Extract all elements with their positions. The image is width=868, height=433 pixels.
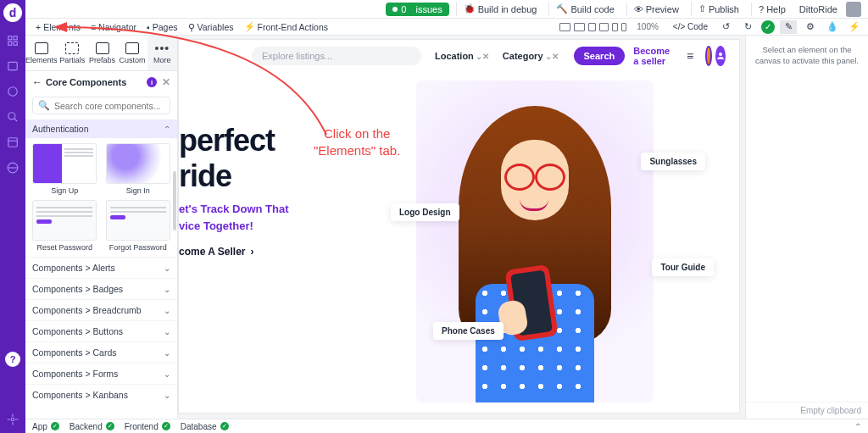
section-forms[interactable]: Components > Forms⌄	[25, 363, 177, 384]
status-app[interactable]: App✓	[32, 422, 59, 431]
user-avatar-circle[interactable]	[715, 46, 726, 66]
code-toggle[interactable]: </> Code	[669, 21, 712, 32]
location-filter[interactable]: Location⌄✕	[435, 51, 489, 61]
close-panel-icon[interactable]: ✕	[162, 76, 170, 88]
search-button[interactable]: Search	[574, 47, 626, 65]
rail-icon-2[interactable]	[6, 59, 19, 73]
shelf-more[interactable]: •••More	[147, 36, 177, 70]
section-alerts[interactable]: Components > Alerts⌄	[25, 257, 177, 278]
panel-title-row: ← Core Components i ✕	[25, 71, 177, 93]
menu-icon[interactable]: ≡	[687, 49, 693, 63]
status-ok-icon: ✓	[51, 422, 59, 430]
device-mobile-icon[interactable]	[612, 23, 618, 31]
status-database[interactable]: Database✓	[181, 422, 229, 431]
device-laptop-icon[interactable]	[574, 23, 585, 31]
issues-dot-icon	[392, 7, 398, 12]
status-frontend[interactable]: Frontend✓	[125, 422, 170, 431]
user-avatar-photo[interactable]	[705, 46, 712, 66]
preview-button[interactable]: 👁Preview	[626, 3, 684, 16]
rail-icon-3[interactable]	[6, 85, 19, 98]
section-cards[interactable]: Components > Cards⌄	[25, 341, 177, 363]
back-icon[interactable]: ←	[32, 76, 42, 88]
category-filter[interactable]: Category⌄✕	[503, 51, 559, 61]
navigator-tab[interactable]: ≡Navigator	[86, 20, 142, 34]
flash-tool[interactable]: ⚡	[846, 20, 863, 34]
publish-button[interactable]: ⇧Publish	[691, 2, 744, 16]
drop-tool[interactable]: 💧	[824, 20, 841, 34]
thumb-signup[interactable]: Sign Up	[31, 143, 99, 195]
help-button[interactable]: ? Help	[751, 3, 791, 16]
bolt-icon: ⚡	[244, 21, 255, 32]
status-bar: App✓ Backend✓ Frontend✓ Database✓ ⌃	[25, 419, 868, 433]
app-logo[interactable]: d	[3, 3, 22, 22]
label-phone-cases[interactable]: Phone Cases	[433, 322, 504, 340]
svg-rect-1	[14, 36, 17, 40]
panel-scroll[interactable]: Authentication⌃ Sign Up Sign In Reset Pa…	[25, 119, 177, 419]
rendered-page[interactable]: Explore listings... Location⌄✕ Category⌄…	[178, 39, 740, 414]
section-authentication[interactable]: Authentication⌃	[25, 119, 177, 138]
shelf-partials[interactable]: Partials	[58, 36, 87, 70]
become-seller-cta[interactable]: come A Seller›	[179, 246, 306, 258]
settings-tool[interactable]: ⚙	[802, 20, 819, 34]
rail-help-icon[interactable]: ?	[5, 352, 20, 367]
status-ok-icon: ✓	[220, 422, 229, 430]
component-search[interactable]: 🔍	[32, 97, 170, 114]
chevron-x-icon: ⌄✕	[545, 52, 559, 61]
zoom-level[interactable]: 100%	[637, 22, 659, 31]
undo-button[interactable]: ↺	[717, 20, 734, 34]
thumb-signin[interactable]: Sign In	[104, 143, 173, 195]
page-icon: ▪	[147, 22, 150, 32]
hero-section: perfect ride et's Track Down Thatvice To…	[179, 72, 739, 413]
become-seller-link[interactable]: Become a seller	[633, 46, 670, 66]
info-icon[interactable]: i	[147, 77, 157, 87]
shelf-elements[interactable]: Elements	[25, 36, 58, 70]
section-kanbans[interactable]: Components > Kanbans⌄	[25, 384, 177, 405]
thumb-forgot[interactable]: Forgot Password	[104, 200, 173, 252]
elements-tab[interactable]: +Elements	[31, 20, 86, 34]
build-code-button[interactable]: 🔨Build code	[548, 2, 619, 16]
svg-rect-6	[8, 138, 18, 147]
label-tour-guide[interactable]: Tour Guide	[652, 258, 714, 276]
variables-tab[interactable]: ⚲Variables	[183, 20, 239, 34]
device-mobile2-icon[interactable]	[621, 23, 626, 31]
status-expand-icon[interactable]: ⌃	[854, 422, 861, 431]
device-tablet2-icon[interactable]	[599, 23, 609, 31]
pages-tab[interactable]: ▪Pages	[142, 20, 183, 34]
status-ok-icon: ✓	[162, 422, 170, 430]
frontend-actions-tab[interactable]: ⚡Front-End Actions	[239, 19, 333, 34]
canvas[interactable]: Explore listings... Location⌄✕ Category⌄…	[178, 36, 745, 419]
top-bar: 0 issues 🐞Build in debug 🔨Build code 👁Pr…	[25, 0, 868, 19]
build-debug-button[interactable]: 🐞Build in debug	[456, 2, 542, 16]
user-avatar[interactable]	[846, 2, 861, 17]
section-breadcrumb[interactable]: Components > Breadcrumb⌄	[25, 299, 177, 320]
rail-icon-1[interactable]	[6, 34, 19, 47]
status-check-icon[interactable]: ✓	[761, 20, 775, 34]
shelf-prefabs[interactable]: Prefabs	[87, 36, 117, 70]
chevron-right-icon: ›	[250, 246, 253, 258]
redo-button[interactable]: ↻	[739, 20, 756, 34]
rail-icon-4[interactable]	[6, 110, 19, 124]
label-sunglasses[interactable]: Sunglasses	[641, 153, 705, 170]
link-icon: ⚲	[188, 22, 195, 32]
section-buttons[interactable]: Components > Buttons⌄	[25, 320, 177, 341]
section-badges[interactable]: Components > Badges⌄	[25, 278, 177, 299]
label-logo-design[interactable]: Logo Design	[391, 203, 459, 221]
device-desktop-icon[interactable]	[559, 23, 570, 31]
bug-icon: 🐞	[464, 3, 476, 14]
thumb-reset[interactable]: Reset Password	[31, 200, 99, 252]
shelf-custom[interactable]: Custom	[117, 36, 147, 70]
clipboard-status: Empty clipboard	[746, 402, 868, 419]
device-tablet-icon[interactable]	[588, 23, 596, 31]
svg-rect-2	[8, 42, 12, 45]
rail-icon-5[interactable]	[6, 136, 19, 149]
edit-tool[interactable]: ✎	[780, 20, 797, 34]
explore-search[interactable]: Explore listings...	[252, 47, 421, 65]
device-preview-group	[559, 23, 626, 31]
issues-pill[interactable]: 0 issues	[386, 3, 448, 16]
status-backend[interactable]: Backend✓	[70, 422, 114, 431]
rail-icon-6[interactable]	[6, 161, 19, 175]
rail-settings-icon[interactable]	[6, 413, 19, 426]
component-search-input[interactable]	[54, 101, 165, 111]
annotation-text: Click on the"Elements" tab.	[314, 125, 400, 160]
panel-scrollbar[interactable]	[173, 171, 176, 230]
